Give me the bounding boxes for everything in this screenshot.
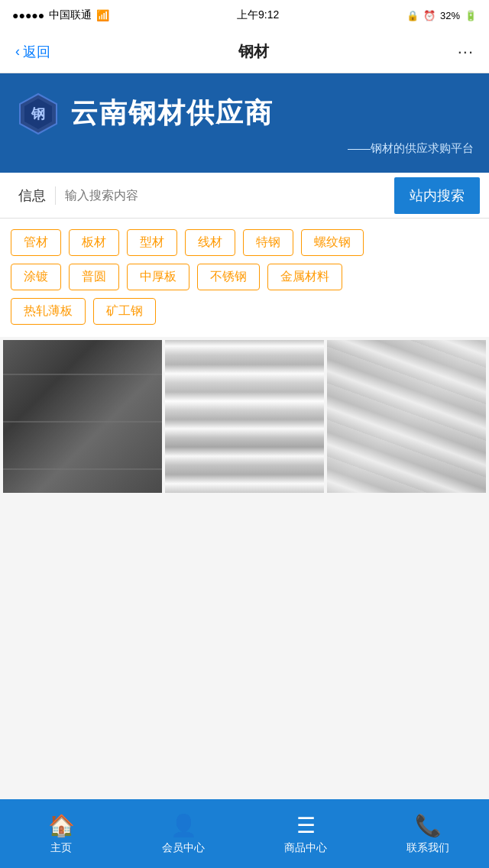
search-bar: 信息 站内搜索 xyxy=(0,173,489,219)
tag-bancai[interactable]: 板材 xyxy=(69,229,119,256)
search-button[interactable]: 站内搜索 xyxy=(394,177,480,214)
phone-icon: 📞 xyxy=(415,813,442,838)
nav-bar: ‹ 返回 钢材 ··· xyxy=(0,31,489,73)
image-dark-pipes[interactable] xyxy=(3,340,162,493)
banner-top: 钢 云南钢材供应商 xyxy=(15,91,474,137)
nav-contact[interactable]: 📞 联系我们 xyxy=(367,813,489,855)
tag-xingcai[interactable]: 型材 xyxy=(127,229,177,256)
lock-icon: 🔒 xyxy=(406,10,419,21)
tag-rezha[interactable]: 热轧薄板 xyxy=(11,298,86,325)
chevron-left-icon: ‹ xyxy=(15,44,20,60)
search-category-label: 信息 xyxy=(9,186,56,205)
more-button[interactable]: ··· xyxy=(458,42,474,62)
bottom-nav: 🏠 主页 👤 会员中心 ☰ 商品中心 📞 联系我们 xyxy=(0,799,489,868)
tag-xiancai[interactable]: 线材 xyxy=(185,229,235,256)
image-bright-tubes[interactable] xyxy=(327,340,486,493)
battery-icon: 🔋 xyxy=(465,10,477,21)
status-right: 🔒 ⏰ 32% 🔋 xyxy=(406,10,477,21)
signal-dots: ●●●●● xyxy=(12,9,44,21)
wifi-icon: 📶 xyxy=(96,9,109,21)
banner: 钢 云南钢材供应商 ——钢材的供应求购平台 xyxy=(0,73,489,173)
tag-jinshu[interactable]: 金属材料 xyxy=(267,264,342,290)
tag-zhonghouban[interactable]: 中厚板 xyxy=(127,264,189,290)
tags-row-3: 热轧薄板 矿工钢 xyxy=(11,298,478,325)
tag-buxiugang[interactable]: 不锈钢 xyxy=(197,264,260,290)
tag-kuanggong[interactable]: 矿工钢 xyxy=(93,298,156,325)
tags-row-1: 管材 板材 型材 线材 特钢 螺纹钢 xyxy=(11,229,478,256)
nav-home-label: 主页 xyxy=(50,841,72,855)
page-title: 钢材 xyxy=(238,41,269,62)
battery-label: 32% xyxy=(440,10,460,21)
tags-row-2: 涂镀 普圆 中厚板 不锈钢 金属材料 xyxy=(11,264,478,290)
tag-luowengang[interactable]: 螺纹钢 xyxy=(301,229,364,256)
content-spacer xyxy=(0,496,489,702)
back-button[interactable]: ‹ 返回 xyxy=(15,43,50,61)
tag-puyuan[interactable]: 普圆 xyxy=(69,264,119,290)
back-label: 返回 xyxy=(23,43,50,61)
tags-section: 管材 板材 型材 线材 特钢 螺纹钢 涂镀 普圆 中厚板 不锈钢 金属材料 热轧… xyxy=(0,219,489,337)
tag-tegang[interactable]: 特钢 xyxy=(243,229,293,256)
home-icon: 🏠 xyxy=(48,813,75,838)
tag-guancai[interactable]: 管材 xyxy=(11,229,61,256)
banner-subtitle: ——钢材的供应求购平台 xyxy=(15,141,474,156)
nav-contact-label: 联系我们 xyxy=(406,841,449,855)
status-bar: ●●●●● 中国联通 📶 上午9:12 🔒 ⏰ 32% 🔋 xyxy=(0,0,489,31)
logo-icon: 钢 xyxy=(15,91,61,137)
nav-member[interactable]: 👤 会员中心 xyxy=(122,813,244,855)
carrier-label: 中国联通 xyxy=(49,8,92,22)
search-input[interactable] xyxy=(56,189,394,202)
member-icon: 👤 xyxy=(170,813,197,838)
image-grid xyxy=(0,337,489,496)
tag-tucheng[interactable]: 涂镀 xyxy=(11,264,61,290)
image-silver-bars[interactable] xyxy=(165,340,324,493)
nav-products[interactable]: ☰ 商品中心 xyxy=(244,813,367,855)
status-left: ●●●●● 中国联通 📶 xyxy=(12,8,109,22)
status-time: 上午9:12 xyxy=(237,8,279,22)
alarm-icon: ⏰ xyxy=(423,10,436,21)
nav-member-label: 会员中心 xyxy=(162,841,205,855)
banner-title: 云南钢材供应商 xyxy=(70,95,274,132)
nav-home[interactable]: 🏠 主页 xyxy=(0,813,122,855)
nav-products-label: 商品中心 xyxy=(284,841,327,855)
svg-text:钢: 钢 xyxy=(31,106,45,121)
products-icon: ☰ xyxy=(296,813,316,838)
